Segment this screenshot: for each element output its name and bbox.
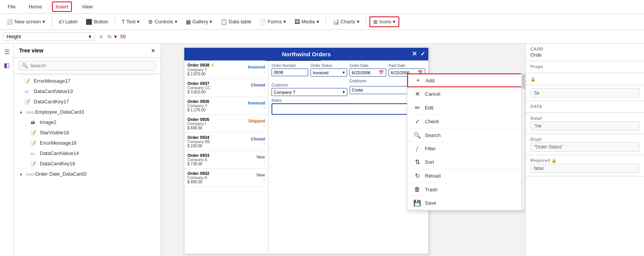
icon-menu-add[interactable]: + Add (407, 73, 525, 87)
search-input[interactable] (30, 63, 153, 68)
forms-icon: 📄 (260, 19, 266, 25)
expand-arrow-icon: ▲ (19, 110, 23, 114)
canvas-area: 🔒 Card : Order Status Northwind Orders ✕… (161, 44, 525, 256)
order-status-label: Order Status (311, 64, 347, 68)
sidebar-item-label: StarVisible18 (40, 130, 69, 135)
order-number-label: Order Number (272, 64, 308, 68)
layers-icon[interactable]: ◧ (2, 60, 11, 70)
icon-menu-search[interactable]: 🔍 Search (407, 129, 525, 142)
media-icon: 🖼 (294, 19, 300, 25)
media-button[interactable]: 🖼 Media ▾ (291, 17, 322, 27)
order-number-field: Order Number 0938 (272, 64, 308, 77)
display-input[interactable]: "Order Status" (530, 142, 639, 152)
edit-icon-5: 📝 (31, 161, 37, 166)
tree-divider (19, 75, 155, 75)
text-chevron-icon: ▾ (137, 19, 140, 24)
properties-label: Prope (530, 64, 639, 69)
menu-view[interactable]: View (79, 2, 96, 11)
close-icon[interactable]: ✕ (151, 48, 155, 54)
datafield-section: Dataf "nw (526, 113, 644, 134)
icon-menu-sort[interactable]: ⇅ Sort (407, 155, 525, 169)
icon-menu-check[interactable]: ✓ Check (407, 115, 525, 129)
sidebar-item-label: DataCardValue13 (34, 88, 73, 94)
sidebar-item-employee-datacard3[interactable]: ▲ ▭▭ Employee_DataCard3 (14, 107, 161, 117)
order-status-input[interactable]: Invoiced▾ (311, 68, 347, 77)
charts-button[interactable]: 📊 Charts ▾ (329, 17, 363, 27)
sidebar-item-errormessage18[interactable]: 📝 ErrorMessage18 (14, 138, 161, 148)
sidebar-item-image2[interactable]: 🏔 Image2 (14, 117, 161, 127)
search-box[interactable]: 🔍 (18, 61, 156, 70)
order-number-input[interactable]: 0938 (272, 68, 308, 76)
field-selector[interactable]: Height ▾ (3, 32, 95, 41)
scrollbar-thumb[interactable] (522, 74, 525, 89)
check-icon: ✓ (413, 118, 421, 125)
notes-section: Notes (272, 98, 425, 115)
order-date-input[interactable]: 6/22/2006📅 (350, 68, 386, 77)
order-item-0935[interactable]: Order 0935 Company I $ 606.50 Shipped › (184, 115, 268, 133)
fx-label: fx (107, 34, 111, 39)
icon-label-filter: Filter (425, 146, 436, 152)
sidebar-item-datacardkey18[interactable]: 📝 DataCardKey18 (14, 158, 161, 169)
forms-chevron-icon: ▾ (283, 19, 286, 24)
data-table-button[interactable]: 📋 Data table (217, 17, 255, 27)
icon-menu-edit[interactable]: ✏ Edit (407, 101, 525, 115)
required-input[interactable]: false (530, 164, 639, 173)
scrollbar-track[interactable] (521, 73, 525, 210)
icons-button[interactable]: ⊞ Icons ▾ (369, 16, 399, 27)
icon-menu-cancel[interactable]: ✕ Cancel (407, 87, 525, 101)
search-field[interactable]: Se (530, 88, 639, 98)
text-button[interactable]: T Text ▾ (118, 17, 143, 27)
sidebar-item-datacardvalue13[interactable]: ▭ DataCardValue13 (14, 86, 161, 96)
customer-input[interactable]: Company T▾ (272, 88, 347, 96)
sidebar-item-datacardkey17[interactable]: 📝 DataCardKey17 (14, 96, 161, 107)
sidebar-tree: 📝 ErrorMessage17 ▭ DataCardValue13 📝 Dat… (14, 74, 161, 256)
icon-menu-reload[interactable]: ↻ Reload (407, 169, 525, 183)
order-item-0936[interactable]: Order 0936 Company Y $ 1,170.00 Invoiced… (184, 97, 268, 115)
new-screen-icon: ⬜ (7, 19, 13, 25)
button-icon: ⬛ (86, 19, 92, 25)
container-icon-2: ▭▭ (26, 171, 32, 177)
sidebar-item-starvisible18[interactable]: 📝 StarVisible18 (14, 127, 161, 138)
lock-icon-panel: 🔒 (530, 77, 536, 82)
label-button[interactable]: 🏷 Label (55, 17, 81, 27)
datafield-input[interactable]: "nw (530, 121, 639, 130)
left-side-icons: ☰ ◧ (0, 44, 14, 256)
icons-dropdown: + Add ✕ Cancel ✏ Edit ✓ Check 🔍 Search ⧸ (407, 73, 525, 210)
lock-section: 🔒 (526, 73, 644, 85)
icon-menu-trash[interactable]: 🗑 Trash (407, 183, 525, 196)
button-button[interactable]: ⬛ Button (82, 17, 112, 27)
new-screen-button[interactable]: ⬜ New screen ▾ (3, 17, 49, 27)
icon-menu-save[interactable]: 💾 Save (407, 196, 525, 210)
field-chevron-icon: ▾ (89, 34, 91, 39)
data-label: DATA (530, 104, 639, 109)
app-close-icon[interactable]: ✕ (412, 50, 417, 57)
menu-home[interactable]: Home (26, 2, 45, 11)
icon-label-trash: Trash (425, 187, 437, 192)
menu-file[interactable]: File (5, 2, 19, 11)
controls-button[interactable]: ⚙ Controls ▾ (145, 17, 181, 27)
equals-sign: = (98, 33, 104, 40)
app-content: Order 0938 ⚠ Company T $ 2,870.00 Invoic… (184, 60, 428, 253)
icons-chevron-icon: ▾ (393, 19, 395, 24)
notes-input[interactable] (272, 103, 425, 115)
app-check-icon[interactable]: ✓ (420, 50, 425, 57)
order-date-field: Order Date 6/22/2006📅 (350, 64, 386, 77)
menu-bar: File Home Insert View (0, 0, 644, 14)
employee-input[interactable]: Costa▾ (350, 86, 411, 94)
menu-insert[interactable]: Insert (52, 2, 72, 12)
sidebar-item-datacardvalue14[interactable]: ▭ DataCardValue14 (14, 148, 161, 158)
order-item-0933[interactable]: Order 0933 Company A $ 736.00 New › (184, 151, 268, 169)
sidebar-item-label: Employee_DataCard3 (35, 109, 84, 115)
order-item-0932[interactable]: Order 0932 Company K $ 800.00 New › (184, 169, 268, 187)
sidebar-item-order-date-datacard3[interactable]: ▲ ▭▭ Order Date_DataCard3 (14, 169, 161, 179)
order-item-0938[interactable]: Order 0938 ⚠ Company T $ 2,870.00 Invoic… (184, 60, 268, 79)
forms-button[interactable]: 📄 Forms ▾ (256, 17, 289, 27)
icon-menu-filter[interactable]: ⧸ Filter (407, 142, 525, 155)
sidebar-item-errormessage17[interactable]: 📝 ErrorMessage17 (14, 76, 161, 86)
gallery-button[interactable]: ▦ Gallery ▾ (182, 17, 216, 27)
order-item-0937[interactable]: Order 0937 Company CC $ 3,810.00 Closed … (184, 79, 268, 97)
search-section: Se (526, 85, 644, 101)
sidebar-header-icons: ✕ (151, 48, 155, 54)
hamburger-icon[interactable]: ☰ (3, 47, 11, 57)
order-item-0934[interactable]: Order 0934 Company BB $ 230.00 Closed › (184, 133, 268, 151)
